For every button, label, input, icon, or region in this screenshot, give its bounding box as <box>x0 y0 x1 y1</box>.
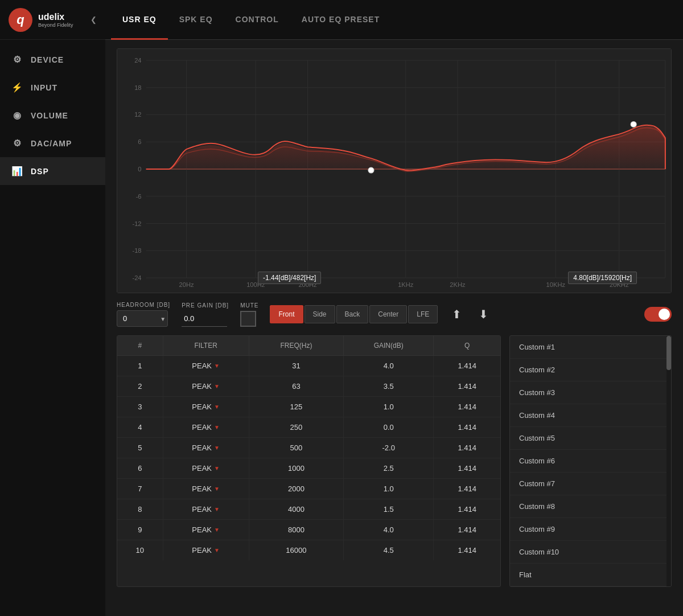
cell-freq: 8000 <box>249 520 343 540</box>
preset-list-container: Custom #1Custom #2Custom #3Custom #4Cust… <box>509 335 672 587</box>
list-item[interactable]: Custom #8 <box>510 495 671 518</box>
channel-side-btn[interactable]: Side <box>305 305 335 323</box>
list-item[interactable]: Custom #3 <box>510 381 671 404</box>
svg-text:18: 18 <box>134 84 141 91</box>
table-row[interactable]: 4 PEAK ▼ 250 0.0 1.414 <box>117 417 500 438</box>
cell-q: 1.414 <box>434 438 500 458</box>
list-item[interactable]: Flat <box>510 564 671 586</box>
eq-chart-container: 24 18 12 6 0 -6 -12 -18 -24 20Hz 100Hz 2… <box>117 48 672 293</box>
svg-text:200Hz: 200Hz <box>298 281 317 288</box>
list-item[interactable]: Custom #4 <box>510 404 671 427</box>
mute-checkbox[interactable] <box>240 311 256 327</box>
col-q: Q <box>434 336 500 356</box>
list-item[interactable]: Custom #5 <box>510 427 671 450</box>
sidebar-item-dsp-label: DSP <box>31 167 49 176</box>
svg-text:0: 0 <box>138 166 141 173</box>
sidebar-item-input[interactable]: ⚡ INPUT <box>0 73 105 101</box>
pre-gain-group: PRE GAIN [dB] <box>182 302 229 327</box>
channel-center-btn[interactable]: Center <box>369 305 407 323</box>
cell-filter[interactable]: PEAK ▼ <box>163 520 249 540</box>
cell-filter[interactable]: PEAK ▼ <box>163 356 249 376</box>
list-item[interactable]: Custom #7 <box>510 473 671 495</box>
table-row[interactable]: 7 PEAK ▼ 2000 1.0 1.414 <box>117 479 500 499</box>
filter-dropdown-arrow: ▼ <box>214 547 220 553</box>
cell-filter[interactable]: PEAK ▼ <box>163 417 249 438</box>
svg-text:2KHz: 2KHz <box>450 281 466 288</box>
sidebar-item-volume-label: VOLUME <box>31 111 68 120</box>
cell-freq: 4000 <box>249 499 343 520</box>
table-row[interactable]: 5 PEAK ▼ 500 -2.0 1.414 <box>117 438 500 458</box>
cell-num: 7 <box>117 479 163 499</box>
list-item[interactable]: Custom #6 <box>510 450 671 473</box>
usb-icon: ⚡ <box>11 82 23 93</box>
cell-gain: 4.5 <box>344 540 434 561</box>
cell-filter[interactable]: PEAK ▼ <box>163 397 249 417</box>
col-freq: FREQ(Hz) <box>249 336 343 356</box>
tab-usr-eq[interactable]: USR EQ <box>111 0 168 40</box>
channel-front-btn[interactable]: Front <box>270 305 303 323</box>
svg-text:20KHz: 20KHz <box>610 281 629 288</box>
pre-gain-input[interactable] <box>182 311 227 327</box>
svg-rect-0 <box>117 49 671 293</box>
cell-freq: 31 <box>249 356 343 376</box>
table-row[interactable]: 10 PEAK ▼ 16000 4.5 1.414 <box>117 540 500 561</box>
scrollbar-thumb[interactable] <box>666 336 671 370</box>
cell-gain: -2.0 <box>344 438 434 458</box>
tab-control[interactable]: CONTROL <box>224 0 290 40</box>
filter-dropdown-arrow: ▼ <box>214 383 220 389</box>
list-item[interactable]: Custom #1 <box>510 336 671 359</box>
table-row[interactable]: 1 PEAK ▼ 31 4.0 1.414 <box>117 356 500 376</box>
svg-text:24: 24 <box>134 57 141 64</box>
upload-button[interactable]: ⬆ <box>449 305 464 324</box>
cell-num: 8 <box>117 499 163 520</box>
cell-gain: 0.0 <box>344 417 434 438</box>
controls-row: HEADROOM [dB] 0 -1 -2 -3 ▼ PRE GAIN [dB]… <box>117 302 672 327</box>
tab-spk-eq[interactable]: SPK EQ <box>168 0 224 40</box>
table-row[interactable]: 6 PEAK ▼ 1000 2.5 1.414 <box>117 458 500 479</box>
cell-filter[interactable]: PEAK ▼ <box>163 499 249 520</box>
table-row[interactable]: 8 PEAK ▼ 4000 1.5 1.414 <box>117 499 500 520</box>
cell-filter[interactable]: PEAK ▼ <box>163 376 249 397</box>
cell-freq: 250 <box>249 417 343 438</box>
content-area: 24 18 12 6 0 -6 -12 -18 -24 20Hz 100Hz 2… <box>105 40 683 616</box>
eq-chart: 24 18 12 6 0 -6 -12 -18 -24 20Hz 100Hz 2… <box>117 49 671 293</box>
filter-dropdown-arrow: ▼ <box>214 506 220 512</box>
sidebar-item-dsp[interactable]: 📊 DSP <box>0 157 105 185</box>
cell-num: 6 <box>117 458 163 479</box>
svg-text:-18: -18 <box>132 247 141 254</box>
cell-gain: 1.5 <box>344 499 434 520</box>
cell-q: 1.414 <box>434 540 500 561</box>
cell-freq: 125 <box>249 397 343 417</box>
sidebar-item-dacamp[interactable]: ⚙ DAC/AMP <box>0 129 105 157</box>
table-row[interactable]: 3 PEAK ▼ 125 1.0 1.414 <box>117 397 500 417</box>
cell-filter[interactable]: PEAK ▼ <box>163 438 249 458</box>
cell-filter[interactable]: PEAK ▼ <box>163 458 249 479</box>
list-item[interactable]: Custom #9 <box>510 518 671 541</box>
channel-back-btn[interactable]: Back <box>336 305 369 323</box>
svg-text:10KHz: 10KHz <box>546 281 566 288</box>
cell-filter[interactable]: PEAK ▼ <box>163 479 249 499</box>
channel-lfe-btn[interactable]: LFE <box>408 305 438 323</box>
filter-dropdown-arrow: ▼ <box>214 465 220 471</box>
sidebar-item-volume[interactable]: ◉ VOLUME <box>0 101 105 129</box>
tab-auto-eq-preset[interactable]: AUTO EQ PRESET <box>290 0 391 40</box>
headroom-select[interactable]: 0 -1 -2 -3 <box>117 310 168 327</box>
cell-q: 1.414 <box>434 479 500 499</box>
download-button[interactable]: ⬇ <box>476 305 491 324</box>
cell-filter[interactable]: PEAK ▼ <box>163 540 249 561</box>
cell-freq: 1000 <box>249 458 343 479</box>
cell-freq: 500 <box>249 438 343 458</box>
sidebar-item-dacamp-label: DAC/AMP <box>31 139 72 148</box>
filter-dropdown-arrow: ▼ <box>214 445 220 451</box>
list-item[interactable]: Custom #2 <box>510 359 671 381</box>
sidebar-item-device[interactable]: ⚙ DEVICE <box>0 46 105 73</box>
logo-area: q udelix Beyond Fidelity ❮ <box>0 0 105 40</box>
cell-num: 3 <box>117 397 163 417</box>
list-item[interactable]: Custom #10 <box>510 541 671 564</box>
eq-toggle[interactable] <box>644 307 672 322</box>
table-row[interactable]: 2 PEAK ▼ 63 3.5 1.414 <box>117 376 500 397</box>
back-button[interactable]: ❮ <box>90 15 97 24</box>
table-row[interactable]: 9 PEAK ▼ 8000 4.0 1.414 <box>117 520 500 540</box>
bottom-section: # FILTER FREQ(Hz) GAIN(dB) Q 1 PEAK ▼ <box>117 335 672 587</box>
cell-q: 1.414 <box>434 397 500 417</box>
